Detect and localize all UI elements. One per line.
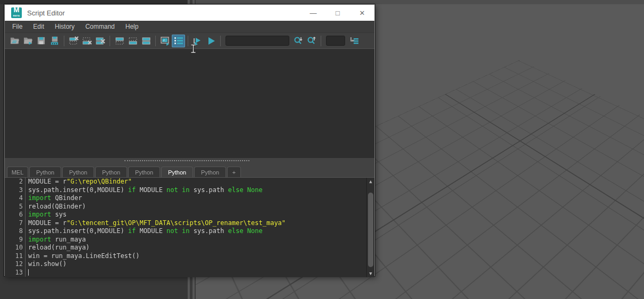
tab-python-1[interactable]: Python (29, 167, 61, 177)
scroll-down-icon[interactable]: ▼ (368, 271, 373, 276)
toolbar-separator (220, 36, 221, 46)
code-line: 3sys.path.insert(0,MODULE) if MODULE not… (5, 186, 366, 195)
menu-help[interactable]: Help (120, 23, 144, 30)
toolbar-separator (321, 36, 321, 46)
scroll-up-icon[interactable]: ▲ (368, 179, 373, 184)
code-line: 2MODULE = r"G:\repo\QBinder" (5, 178, 366, 186)
minimize-button[interactable]: — (301, 5, 325, 21)
save-script-icon[interactable] (35, 35, 48, 47)
code-line: 6import sys (5, 211, 366, 219)
goto-line-input[interactable] (326, 36, 345, 46)
goto-line-icon[interactable] (347, 35, 361, 47)
pane-splitter[interactable] (5, 158, 374, 164)
search-down-icon[interactable] (291, 35, 305, 47)
code-line: 13 (5, 269, 366, 277)
code-line: 5reload(QBinder) (5, 203, 366, 211)
code-lines: 2MODULE = r"G:\repo\QBinder"3sys.path.in… (5, 178, 366, 277)
code-line: 8sys.path.insert(0,MODULE) if MODULE not… (5, 227, 366, 236)
execute-all-icon[interactable] (204, 35, 218, 47)
tab-python-2[interactable]: Python (62, 167, 94, 177)
echo-all-commands-icon[interactable]: //.. (158, 35, 172, 47)
background-top-strip (0, 0, 187, 4)
tab-new[interactable]: + (227, 167, 241, 177)
menu-file[interactable]: File (5, 23, 28, 30)
show-both-panes-icon[interactable] (139, 35, 153, 47)
clear-input-icon[interactable] (80, 35, 94, 47)
window-titlebar[interactable]: MMAYA Script Editor — □ ✕ (5, 5, 374, 21)
viewport-top-strip (196, 0, 644, 4)
save-script-to-shelf-icon[interactable] (48, 35, 61, 47)
clear-history-icon[interactable] (67, 35, 80, 47)
search-up-icon[interactable] (305, 35, 318, 47)
maximize-button[interactable]: □ (325, 5, 350, 21)
menu-command[interactable]: Command (80, 23, 120, 30)
code-line: 12win.show() (5, 260, 366, 269)
history-pane[interactable] (5, 48, 374, 158)
menu-history[interactable]: History (49, 23, 80, 30)
tab-python-4[interactable]: Python (128, 167, 160, 177)
toolbar-separator (188, 36, 188, 46)
window-controls: — □ ✕ (301, 5, 374, 21)
code-line: 4import QBinder (5, 194, 366, 203)
code-line: 10reload(run_maya) (5, 244, 366, 252)
code-line: 9import run_maya (5, 236, 366, 244)
maya-logo-icon: MMAYA (11, 7, 22, 18)
scrollbar-thumb[interactable] (368, 193, 373, 267)
splitter-handle (124, 160, 249, 161)
tab-python-3[interactable]: Python (95, 167, 127, 177)
ibeam-cursor-icon (190, 44, 196, 55)
close-button[interactable]: ✕ (350, 5, 374, 21)
tab-python-5[interactable]: Python (161, 167, 193, 177)
show-history-only-icon[interactable] (113, 35, 126, 47)
load-script-icon[interactable] (8, 35, 21, 47)
maya-screen: MMAYA Script Editor — □ ✕ File Edit Hist… (0, 0, 644, 299)
menubar: File Edit History Command Help (5, 21, 374, 33)
search-input[interactable] (225, 36, 289, 46)
source-script-icon[interactable] (21, 35, 35, 47)
code-line: 11win = run_maya.LineEditTest() (5, 252, 366, 261)
show-line-numbers-icon[interactable] (172, 35, 185, 47)
code-editor[interactable]: 2MODULE = r"G:\repo\QBinder"3sys.path.in… (5, 177, 374, 277)
window-title: Script Editor (27, 9, 65, 17)
script-tabbar: MEL Python Python Python Python Python P… (5, 164, 374, 177)
tab-python-6[interactable]: Python (194, 167, 226, 177)
menu-edit[interactable]: Edit (28, 23, 49, 30)
toolbar-separator (64, 36, 64, 46)
show-input-only-icon[interactable] (126, 35, 139, 47)
toolbar: //.. (5, 33, 374, 48)
editor-scrollbar[interactable]: ▲ ▼ (366, 178, 374, 277)
code-line: 7MODULE = r"G:\tencent_git\OP\MFT_DATA\s… (5, 219, 366, 228)
toolbar-separator (110, 36, 110, 46)
toolbar-separator (155, 36, 156, 46)
clear-all-icon[interactable] (94, 35, 107, 47)
svg-text://..: //.. (162, 39, 166, 42)
script-editor-window: MMAYA Script Editor — □ ✕ File Edit Hist… (4, 4, 375, 276)
tab-mel[interactable]: MEL (7, 167, 28, 177)
